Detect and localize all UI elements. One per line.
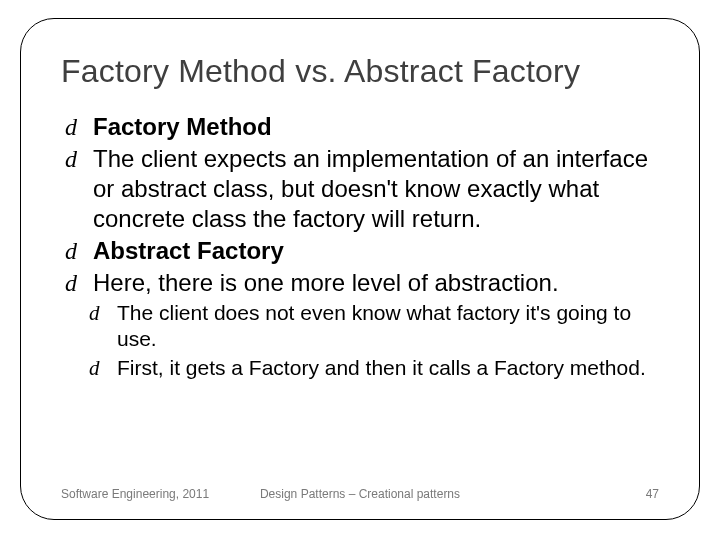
bullet-text: The client does not even know what facto… [117, 301, 631, 350]
slide: Factory Method vs. Abstract Factory dFac… [0, 0, 720, 540]
sub-bullet-item: dFirst, it gets a Factory and then it ca… [65, 355, 659, 381]
bullet-text: First, it gets a Factory and then it cal… [117, 356, 646, 379]
slide-number: 47 [646, 487, 659, 501]
footer-left: Software Engineering, 2011 [61, 487, 209, 501]
bullet-text: Here, there is one more level of abstrac… [93, 269, 559, 296]
bullet-item: dThe client expects an implementation of… [65, 144, 659, 234]
bullet-list: dFactory Method dThe client expects an i… [61, 112, 659, 381]
slide-footer: Software Engineering, 2011 Design Patter… [61, 487, 659, 501]
bullet-icon: d [65, 236, 93, 266]
bullet-icon: d [65, 112, 93, 142]
bullet-icon: d [89, 355, 117, 381]
bullet-icon: d [65, 144, 93, 174]
bullet-icon: d [89, 300, 117, 326]
bullet-text: Abstract Factory [93, 237, 284, 264]
bullet-text: Factory Method [93, 113, 272, 140]
bullet-item: dHere, there is one more level of abstra… [65, 268, 659, 298]
bullet-icon: d [65, 268, 93, 298]
slide-frame: Factory Method vs. Abstract Factory dFac… [20, 18, 700, 520]
bullet-item: dFactory Method [65, 112, 659, 142]
slide-title: Factory Method vs. Abstract Factory [61, 53, 659, 90]
bullet-text: The client expects an implementation of … [93, 145, 648, 232]
bullet-item: dAbstract Factory [65, 236, 659, 266]
sub-bullet-item: dThe client does not even know what fact… [65, 300, 659, 353]
